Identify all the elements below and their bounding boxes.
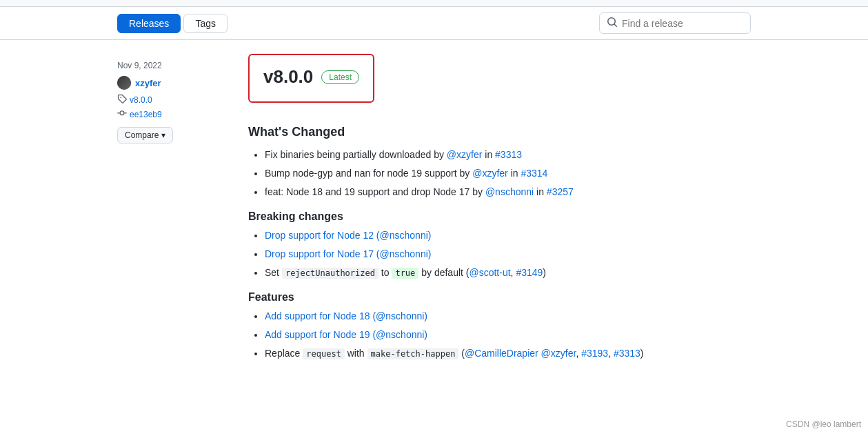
author-link[interactable]: @xzyfer bbox=[447, 149, 483, 160]
search-icon bbox=[607, 17, 618, 30]
author-link[interactable]: @CamilleDrapier bbox=[465, 348, 538, 359]
features-heading: Features bbox=[248, 291, 751, 304]
release-title-row: v8.0.0 Latest bbox=[263, 66, 359, 88]
whats-changed-heading: What's Changed bbox=[248, 125, 751, 139]
compare-button[interactable]: Compare ▾ bbox=[117, 127, 173, 143]
breaking-changes-heading: Breaking changes bbox=[248, 210, 751, 223]
compare-label: Compare bbox=[125, 130, 159, 140]
list-item: Replace request with make-fetch-happen (… bbox=[265, 346, 751, 361]
pr-link[interactable]: #3313 bbox=[614, 348, 640, 359]
author-link[interactable]: @xzyfer bbox=[472, 168, 508, 179]
author-link[interactable]: @xzyfer bbox=[541, 348, 576, 359]
changes-list: Fix binaries being partially downloaded … bbox=[248, 148, 751, 199]
list-item: Fix binaries being partially downloaded … bbox=[265, 148, 751, 162]
chevron-down-icon: ▾ bbox=[161, 130, 165, 140]
tab-releases[interactable]: Releases bbox=[117, 14, 181, 33]
release-card: v8.0.0 Latest bbox=[248, 54, 374, 103]
pr-link[interactable]: #3149 bbox=[516, 267, 543, 278]
tag-ref: v8.0.0 bbox=[117, 94, 228, 106]
commit-icon bbox=[117, 108, 127, 120]
release-version: v8.0.0 bbox=[263, 66, 313, 88]
breaking-link[interactable]: Drop support for Node 12 (@nschonni) bbox=[265, 230, 431, 241]
pr-link[interactable]: #3314 bbox=[521, 168, 547, 179]
release-date: Nov 9, 2022 bbox=[117, 61, 228, 70]
author-name[interactable]: xzyfer bbox=[135, 78, 161, 88]
release-body: What's Changed Fix binaries being partia… bbox=[248, 125, 751, 361]
commit-value[interactable]: ee13eb9 bbox=[130, 110, 162, 119]
main-content: Nov 9, 2022 xzyfer v8.0.0 ee13eb9 bbox=[0, 40, 868, 380]
pr-link[interactable]: #3257 bbox=[547, 186, 574, 197]
feature-link[interactable]: Add support for Node 18 (@nschonni) bbox=[265, 310, 427, 321]
author-row: xzyfer bbox=[117, 76, 228, 90]
search-input[interactable] bbox=[622, 18, 743, 29]
list-item: feat: Node 18 and 19 support and drop No… bbox=[265, 185, 751, 199]
breaking-list: Drop support for Node 12 (@nschonni) Dro… bbox=[248, 228, 751, 280]
sidebar: Nov 9, 2022 xzyfer v8.0.0 ee13eb9 bbox=[117, 54, 228, 366]
tag-value[interactable]: v8.0.0 bbox=[130, 95, 152, 105]
features-list: Add support for Node 18 (@nschonni) Add … bbox=[248, 309, 751, 361]
author-link[interactable]: @nschonni bbox=[485, 186, 534, 197]
search-box bbox=[599, 12, 751, 34]
list-item: Add support for Node 18 (@nschonni) bbox=[265, 309, 751, 324]
latest-badge: Latest bbox=[321, 70, 359, 84]
pr-link[interactable]: #3313 bbox=[495, 149, 522, 160]
tag-icon bbox=[117, 94, 127, 106]
author-link[interactable]: @scott-ut bbox=[469, 267, 510, 278]
release-section: v8.0.0 Latest What's Changed Fix binarie… bbox=[248, 54, 751, 366]
pr-link[interactable]: #3193 bbox=[581, 348, 608, 359]
list-item: Set rejectUnauthorized to true by defaul… bbox=[265, 266, 751, 280]
tab-bar: Releases Tags bbox=[0, 7, 868, 40]
list-item: Drop support for Node 17 (@nschonni) bbox=[265, 247, 751, 261]
breaking-link[interactable]: Drop support for Node 17 (@nschonni) bbox=[265, 248, 431, 259]
tab-tags[interactable]: Tags bbox=[183, 14, 228, 33]
list-item: Bump node-gyp and nan for node 19 suppor… bbox=[265, 166, 751, 181]
avatar bbox=[117, 76, 131, 90]
feature-link[interactable]: Add support for Node 19 (@nschonni) bbox=[265, 329, 427, 340]
list-item: Drop support for Node 12 (@nschonni) bbox=[265, 228, 751, 243]
commit-ref: ee13eb9 bbox=[117, 108, 228, 120]
list-item: Add support for Node 19 (@nschonni) bbox=[265, 328, 751, 342]
